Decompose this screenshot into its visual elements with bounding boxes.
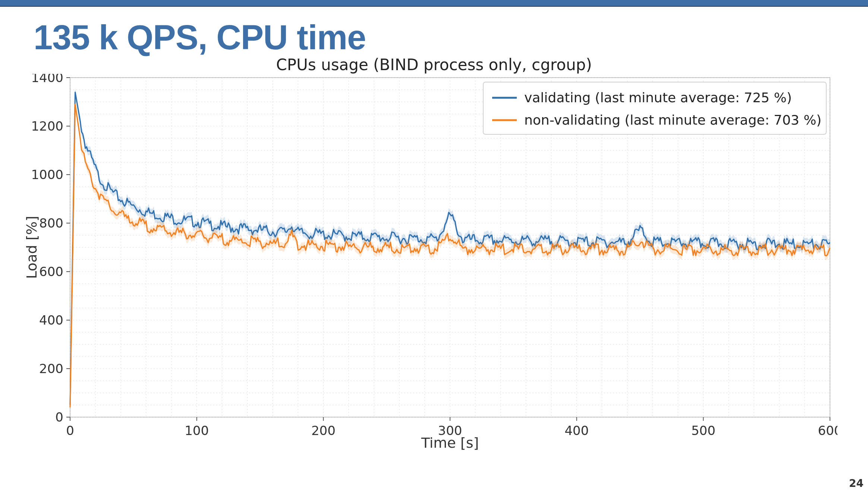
slide-top-accent-bar <box>0 0 868 7</box>
slide-title: 135 k QPS, CPU time <box>34 18 842 57</box>
line-chart: 0100200300400500600020040060080010001200… <box>22 74 837 454</box>
svg-text:100: 100 <box>185 423 209 438</box>
page-number: 24 <box>849 477 864 490</box>
chart-title: CPUs usage (BIND process only, cgroup) <box>26 56 842 74</box>
svg-text:600: 600 <box>818 423 837 438</box>
svg-text:500: 500 <box>691 423 716 438</box>
chart-container: 0100200300400500600020040060080010001200… <box>22 74 837 454</box>
svg-text:400: 400 <box>564 423 589 438</box>
svg-text:600: 600 <box>39 264 63 279</box>
svg-text:400: 400 <box>39 313 63 328</box>
svg-text:0: 0 <box>66 423 74 438</box>
svg-text:800: 800 <box>39 216 63 231</box>
svg-text:1200: 1200 <box>31 119 63 134</box>
svg-text:Load [%]: Load [%] <box>23 216 40 279</box>
slide-body: 135 k QPS, CPU time CPUs usage (BIND pro… <box>0 7 868 458</box>
svg-text:200: 200 <box>311 423 336 438</box>
svg-text:validating (last minute averag: validating (last minute average: 725 %) <box>524 90 792 105</box>
svg-text:0: 0 <box>55 410 63 425</box>
svg-text:non-validating (last minute av: non-validating (last minute average: 703… <box>524 112 821 128</box>
svg-text:Time [s]: Time [s] <box>421 435 479 451</box>
svg-text:1400: 1400 <box>31 74 63 85</box>
svg-text:1000: 1000 <box>31 167 63 182</box>
svg-text:200: 200 <box>39 361 63 376</box>
